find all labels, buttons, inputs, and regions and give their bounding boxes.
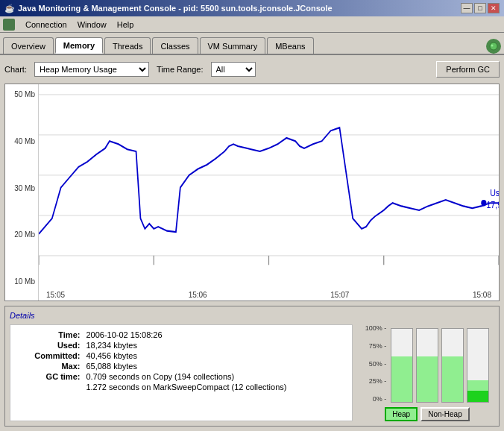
menu-bar: Connection Window Help (0, 16, 504, 33)
table-row: Committed: 40,456 kbytes (18, 350, 344, 361)
heap-button[interactable]: Heap (385, 407, 418, 421)
tab-threads[interactable]: Threads (104, 37, 151, 54)
bar-y-100: 100% - (365, 324, 387, 332)
chart-container: 50 Mb 40 Mb 30 Mb 20 Mb 10 Mb (4, 84, 500, 301)
main-content: Chart: Heap Memory Usage Non-Heap Memory… (0, 55, 504, 431)
minimize-button[interactable]: — (461, 3, 473, 13)
menu-item-window[interactable]: Window (73, 19, 111, 31)
detail-value-gctime2: 1.272 seconds on MarkSweepCompact (12 co… (83, 382, 344, 392)
chart-main: Used 17,909,624 15:05 15:06 15:07 15:08 (39, 84, 499, 301)
tab-memory[interactable]: Memory (55, 37, 103, 54)
svg-text:Used: Used (490, 187, 499, 198)
app-icon: ☕ (4, 4, 15, 13)
chart-x-labels: 15:05 15:06 15:07 15:08 (39, 291, 499, 299)
tab-bar: Overview Memory Threads Classes VM Summa… (0, 33, 504, 55)
detail-label-empty (18, 382, 83, 392)
perform-gc-button[interactable]: Perform GC (436, 61, 500, 78)
chart-select[interactable]: Heap Memory Usage Non-Heap Memory Usage (34, 62, 149, 77)
x-label-1505: 15:05 (46, 291, 65, 299)
title-bar-left: ☕ Java Monitoring & Management Console -… (4, 4, 333, 13)
bar-y-axis: 100% - 75% - 50% - 25% - 0% - (365, 324, 388, 403)
maximize-button[interactable]: □ (474, 3, 486, 13)
y-label-10mb: 10 Mb (14, 277, 35, 286)
y-label-50mb: 50 Mb (14, 90, 35, 98)
bar-y-75: 75% - (365, 342, 387, 350)
details-left: Time: 2006-10-02 15:08:26 Used: 18,234 k… (10, 324, 353, 421)
table-row: Time: 2006-10-02 15:08:26 (18, 330, 344, 340)
tab-classes[interactable]: Classes (152, 37, 198, 54)
chart-y-axis: 50 Mb 40 Mb 30 Mb 20 Mb 10 Mb (5, 84, 39, 301)
detail-label-committed: Committed: (18, 350, 83, 361)
toolbar-row: Chart: Heap Memory Usage Non-Heap Memory… (4, 60, 500, 79)
svg-point-12 (481, 200, 486, 206)
detail-value-gctime1: 0.709 seconds on Copy (194 collections) (83, 371, 344, 382)
detail-value-max: 65,088 kbytes (83, 361, 344, 371)
bar-y-50: 50% - (365, 360, 387, 368)
table-row: Max: 65,088 kbytes (18, 361, 344, 371)
y-label-40mb: 40 Mb (14, 137, 35, 145)
detail-value-committed: 40,456 kbytes (83, 350, 344, 361)
bar-3 (441, 328, 464, 403)
details-inner: Time: 2006-10-02 15:08:26 Used: 18,234 k… (10, 324, 494, 421)
svg-point-0 (490, 43, 497, 50)
svg-point-1 (491, 45, 494, 47)
table-row: 1.272 seconds on MarkSweepCompact (12 co… (18, 382, 344, 392)
details-table: Time: 2006-10-02 15:08:26 Used: 18,234 k… (18, 330, 344, 392)
bar-chart-area: 100% - 75% - 50% - 25% - 0% - (365, 324, 490, 403)
detail-label-time: Time: (18, 330, 83, 340)
status-icon (486, 39, 501, 54)
bar-btn-row: Heap Non-Heap (385, 407, 470, 421)
title-bar-controls: — □ ✕ (461, 3, 500, 13)
detail-label-max: Max: (18, 361, 83, 371)
bar-y-0: 0% - (365, 395, 387, 403)
window-title: Java Monitoring & Management Console - p… (18, 4, 333, 13)
x-label-1506: 15:06 (189, 291, 207, 299)
tab-mbeans[interactable]: MBeans (267, 37, 313, 54)
non-heap-button[interactable]: Non-Heap (420, 407, 470, 421)
y-label-30mb: 30 Mb (14, 184, 35, 192)
table-row: GC time: 0.709 seconds on Copy (194 coll… (18, 371, 344, 382)
details-title: Details (10, 311, 494, 320)
bar-1 (391, 328, 413, 403)
table-row: Used: 18,234 kbytes (18, 340, 344, 350)
detail-label-used: Used: (18, 340, 83, 350)
details-right: 100% - 75% - 50% - 25% - 0% - (360, 324, 494, 421)
bar-4 (467, 328, 489, 403)
menu-item-help[interactable]: Help (113, 19, 139, 31)
x-label-1507: 15:07 (330, 291, 349, 299)
title-bar: ☕ Java Monitoring & Management Console -… (0, 0, 504, 16)
bar-2 (416, 328, 438, 403)
menu-item-connection[interactable]: Connection (21, 19, 72, 31)
close-button[interactable]: ✕ (488, 3, 500, 13)
bars-container (391, 324, 489, 403)
tab-vm-summary[interactable]: VM Summary (200, 37, 266, 54)
x-label-1508: 15:08 (473, 291, 491, 299)
svg-text:17,909,624: 17,909,624 (486, 199, 499, 210)
details-panel: Details Time: 2006-10-02 15:08:26 Used: … (4, 306, 500, 427)
chart-svg: Used 17,909,624 (39, 84, 499, 286)
time-range-label: Time Range: (157, 65, 204, 74)
detail-value-time: 2006-10-02 15:08:26 (83, 330, 344, 340)
time-range-select[interactable]: All 1 min 5 min 10 min (211, 62, 256, 77)
detail-value-used: 18,234 kbytes (83, 340, 344, 350)
chart-label: Chart: (4, 65, 27, 74)
bar-y-25: 25% - (365, 377, 387, 385)
detail-label-gctime: GC time: (18, 371, 83, 382)
tab-overview[interactable]: Overview (3, 37, 54, 54)
y-label-20mb: 20 Mb (14, 230, 35, 239)
app-logo-icon (3, 19, 15, 31)
